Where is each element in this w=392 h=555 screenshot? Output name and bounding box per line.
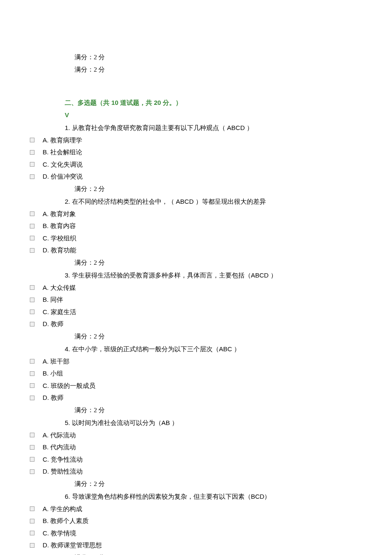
- option-label: C. 学校组织: [43, 232, 76, 245]
- option-label: D. 教师: [43, 318, 63, 330]
- option-label: C. 文化失调说: [43, 159, 83, 171]
- option-row: D. 教师课堂管理思想: [30, 539, 358, 552]
- option-row: C. 文化失调说: [30, 159, 358, 171]
- score-line: 满分：2 分: [75, 257, 358, 269]
- question-text: 3. 学生获得生活经验的受教育源多种多样，具体而言，主要包括（ABCD ）: [65, 269, 358, 282]
- option-row: C. 学校组织: [30, 232, 358, 245]
- checkbox-icon[interactable]: [30, 359, 35, 364]
- checkbox-icon[interactable]: [30, 309, 35, 314]
- option-row: B. 教育内容: [30, 220, 358, 232]
- section-mark: V: [65, 109, 358, 121]
- option-row: D. 赞助性流动: [30, 465, 358, 478]
- checkbox-icon[interactable]: [30, 322, 35, 327]
- score-line: 满分：2 分: [75, 51, 358, 64]
- score-line: 满分：2 分: [75, 183, 358, 195]
- option-label: D. 价值冲突说: [43, 171, 83, 183]
- option-label: C. 教学情境: [43, 527, 76, 540]
- option-row: A. 教育病理学: [30, 134, 358, 147]
- checkbox-icon[interactable]: [30, 445, 35, 450]
- checkbox-icon[interactable]: [30, 531, 35, 535]
- checkbox-icon[interactable]: [30, 457, 35, 462]
- option-row: A. 大众传媒: [30, 282, 358, 294]
- option-row: A. 教育对象: [30, 208, 358, 220]
- option-label: B. 代内流动: [43, 441, 76, 454]
- question-text: 2. 在不同的经济结构类型的社会中，（ ABCD ）等都呈现出很大的差异: [65, 196, 358, 208]
- document-content: 满分：2 分 满分：2 分 二、多选题（共 10 道试题，共 20 分。） V …: [43, 51, 358, 555]
- option-label: A. 班干部: [43, 356, 69, 368]
- checkbox-icon[interactable]: [30, 298, 35, 302]
- option-label: D. 教育功能: [43, 244, 76, 257]
- option-label: A. 教育对象: [43, 208, 76, 220]
- option-row: D. 教师: [30, 392, 358, 404]
- option-row: C. 竞争性流动: [30, 454, 358, 466]
- checkbox-icon[interactable]: [30, 285, 35, 290]
- checkbox-icon[interactable]: [30, 236, 35, 240]
- checkbox-icon[interactable]: [30, 519, 35, 523]
- checkbox-icon[interactable]: [30, 211, 35, 216]
- option-label: D. 赞助性流动: [43, 465, 83, 478]
- option-row: D. 教师: [30, 318, 358, 330]
- score-line: 满分：2 分: [75, 478, 358, 490]
- score-line: 满分：2 分: [75, 330, 358, 343]
- option-row: D. 教育功能: [30, 244, 358, 257]
- checkbox-icon[interactable]: [30, 469, 35, 474]
- option-row: C. 家庭生活: [30, 306, 358, 318]
- question-text: 1. 从教育社会学角度研究教育问题主要有以下几种观点（ ABCD ）: [65, 122, 358, 134]
- option-label: A. 教育病理学: [43, 134, 82, 147]
- checkbox-icon[interactable]: [30, 371, 35, 376]
- option-row: A. 班干部: [30, 356, 358, 368]
- question-text: 4. 在中小学，班级的正式结构一般分为以下三个层次（ABC ）: [65, 343, 358, 356]
- option-row: B. 教师个人素质: [30, 515, 358, 527]
- score-line: 满分：2 分: [75, 404, 358, 416]
- checkbox-icon[interactable]: [30, 162, 35, 167]
- option-row: B. 同伴: [30, 294, 358, 306]
- option-label: A. 代际流动: [43, 429, 76, 442]
- question-text: 5. 以时间为准社会流动可以分为（AB ）: [65, 417, 358, 429]
- option-row: C. 班级的一般成员: [30, 380, 358, 392]
- option-row: D. 价值冲突说: [30, 171, 358, 183]
- option-row: B. 社会解组论: [30, 146, 358, 159]
- option-row: A. 学生的构成: [30, 503, 358, 515]
- checkbox-icon[interactable]: [30, 396, 35, 400]
- question-text: 6. 导致课堂角色结构多样性的因素较为复杂，但主要有以下因素（BCD）: [65, 491, 358, 503]
- option-row: C. 教学情境: [30, 527, 358, 540]
- checkbox-icon[interactable]: [30, 433, 35, 437]
- option-row: B. 代内流动: [30, 441, 358, 454]
- option-label: B. 教育内容: [43, 220, 76, 232]
- checkbox-icon[interactable]: [30, 150, 35, 155]
- checkbox-icon[interactable]: [30, 138, 35, 142]
- option-label: C. 家庭生活: [43, 306, 76, 318]
- score-line: 满分：2 分: [75, 64, 358, 76]
- option-label: B. 教师个人素质: [43, 515, 89, 527]
- section-title: 二、多选题（共 10 道试题，共 20 分。）: [65, 97, 358, 109]
- option-label: D. 教师课堂管理思想: [43, 539, 102, 552]
- checkbox-icon[interactable]: [30, 506, 35, 511]
- option-label: C. 班级的一般成员: [43, 380, 95, 392]
- checkbox-icon[interactable]: [30, 543, 35, 548]
- option-label: C. 竞争性流动: [43, 454, 83, 466]
- option-label: A. 学生的构成: [43, 503, 82, 515]
- checkbox-icon[interactable]: [30, 174, 35, 179]
- option-row: B. 小组: [30, 367, 358, 380]
- option-label: A. 大众传媒: [43, 282, 76, 294]
- checkbox-icon[interactable]: [30, 383, 35, 388]
- score-line: 满分：2 分: [75, 552, 358, 555]
- option-row: A. 代际流动: [30, 429, 358, 442]
- option-label: D. 教师: [43, 392, 63, 404]
- checkbox-icon[interactable]: [30, 248, 35, 253]
- option-label: B. 社会解组论: [43, 146, 82, 159]
- option-label: B. 小组: [43, 367, 63, 380]
- checkbox-icon[interactable]: [30, 224, 35, 228]
- option-label: B. 同伴: [43, 294, 63, 306]
